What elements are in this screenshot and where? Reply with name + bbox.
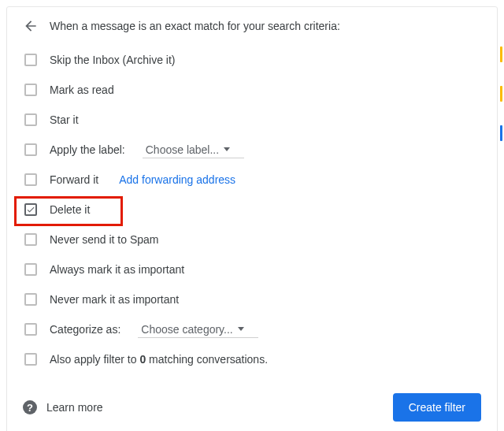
option-skip-inbox: Skip the Inbox (Archive it)	[23, 45, 481, 75]
checkbox-skip-inbox[interactable]	[24, 54, 37, 66]
help-icon: ?	[23, 400, 37, 414]
create-filter-button[interactable]: Create filter	[393, 393, 481, 422]
checkbox-always-important[interactable]	[24, 263, 37, 276]
option-forward: Forward it Add forwarding address	[23, 165, 481, 195]
checkbox-also-apply[interactable]	[24, 353, 37, 366]
checkbox-never-important[interactable]	[24, 293, 37, 306]
back-arrow-icon[interactable]	[23, 18, 39, 34]
label-categorize: Categorize as:	[50, 323, 120, 336]
option-also-apply: Also apply filter to 0 matching conversa…	[23, 344, 481, 374]
chevron-down-icon	[224, 147, 230, 151]
checkbox-apply-label[interactable]	[24, 143, 37, 156]
option-never-important: Never mark it as important	[23, 284, 481, 314]
label-star: Star it	[50, 113, 79, 126]
select-category[interactable]: Choose category...	[138, 321, 258, 338]
checkbox-never-spam[interactable]	[24, 233, 37, 246]
option-always-important: Always mark it as important	[23, 255, 481, 284]
footer: ? Learn more Create filter	[23, 393, 481, 422]
filter-actions-panel: When a message is an exact match for you…	[6, 6, 498, 431]
option-mark-read: Mark as read	[23, 75, 481, 105]
label-forward: Forward it	[50, 173, 98, 186]
chevron-down-icon	[238, 327, 244, 331]
option-never-spam: Never send it to Spam	[23, 225, 481, 255]
edge-stripe-2	[500, 86, 502, 102]
label-mark-read: Mark as read	[50, 84, 114, 96]
option-categorize: Categorize as: Choose category...	[23, 314, 481, 344]
label-also-apply: Also apply filter to 0 matching conversa…	[50, 353, 268, 366]
label-delete: Delete it	[50, 203, 90, 216]
select-label[interactable]: Choose label...	[143, 142, 244, 158]
edge-stripe-1	[500, 46, 502, 62]
header-text: When a message is an exact match for you…	[50, 20, 340, 32]
checkbox-forward[interactable]	[24, 173, 37, 186]
checkbox-categorize[interactable]	[24, 323, 37, 336]
edge-stripe-3	[500, 125, 502, 141]
option-apply-label: Apply the label: Choose label...	[23, 135, 481, 165]
option-star: Star it	[23, 105, 481, 135]
header-row: When a message is an exact match for you…	[23, 18, 481, 34]
label-skip-inbox: Skip the Inbox (Archive it)	[50, 54, 176, 66]
checkbox-star[interactable]	[24, 113, 37, 126]
label-always-important: Always mark it as important	[50, 263, 184, 276]
checkbox-delete[interactable]	[24, 203, 37, 216]
label-apply-label: Apply the label:	[50, 143, 125, 156]
option-delete: Delete it	[23, 195, 481, 225]
select-label-text: Choose label...	[146, 143, 219, 156]
select-category-text: Choose category...	[141, 323, 232, 336]
checkbox-mark-read[interactable]	[24, 84, 37, 96]
label-never-important: Never mark it as important	[50, 293, 179, 306]
label-never-spam: Never send it to Spam	[50, 233, 159, 246]
learn-more-link[interactable]: ? Learn more	[23, 400, 103, 414]
add-forwarding-link[interactable]: Add forwarding address	[119, 173, 235, 186]
learn-more-text: Learn more	[46, 401, 103, 414]
